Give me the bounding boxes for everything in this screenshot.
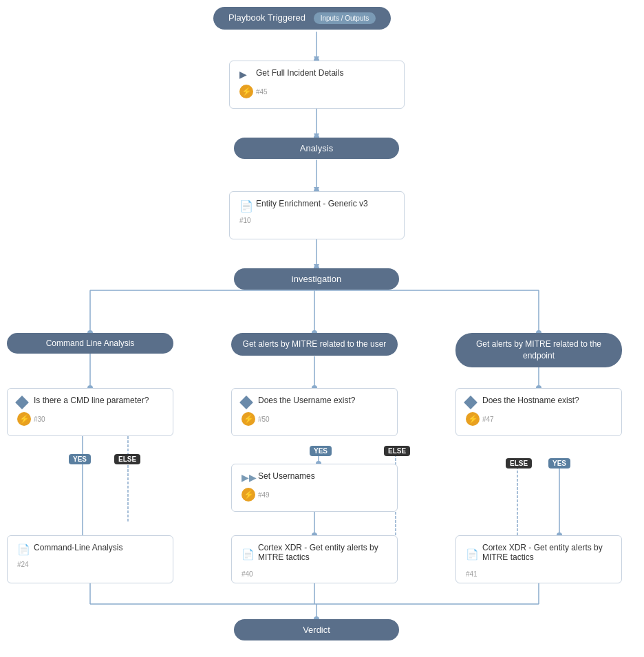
cmd-line-analysis-label: Command Line Analysis xyxy=(46,338,135,348)
doc-icon-cmd-analysis: 📄 xyxy=(17,543,30,556)
cmdline-analysis-task-card[interactable]: 📄 Command-Line Analysis #24 xyxy=(7,535,173,583)
verdict-pill: Verdict xyxy=(234,619,399,640)
diamond-icon-username xyxy=(239,396,253,409)
cortex-xdr-endpoint-title: Cortex XDR - Get entity alerts by MITRE … xyxy=(482,543,612,562)
cmd-line-analysis-pill: Command Line Analysis xyxy=(7,333,173,354)
badge-yes-cmd: YES xyxy=(69,454,91,464)
lightning-icon-30: ⚡ xyxy=(17,412,31,426)
document-icon: 📄 xyxy=(239,200,252,212)
cortex-xdr-user-id: #40 xyxy=(242,570,253,578)
analysis-node: Analysis xyxy=(234,138,399,159)
set-usernames-id: #49 xyxy=(258,491,270,499)
entity-enrichment-card[interactable]: 📄 Entity Enrichment - Generic v3 #10 xyxy=(229,191,405,239)
lightning-icon-49: ⚡ xyxy=(242,488,255,502)
playbook-triggered-pill: Playbook Triggered Inputs / Outputs xyxy=(213,7,391,30)
lightning-icon-45: ⚡ xyxy=(239,85,253,98)
investigation-node: investigation xyxy=(234,268,399,290)
lightning-icon-47: ⚡ xyxy=(466,412,480,426)
get-alerts-user-label: Get alerts by MITRE related to the user xyxy=(243,339,387,349)
does-username-exist-card[interactable]: Does the Username exist? ⚡ #50 xyxy=(231,388,398,436)
analysis-label: Analysis xyxy=(300,143,333,153)
is-cmd-param-title: Is there a CMD line parameter? xyxy=(34,396,149,405)
does-username-title: Does the Username exist? xyxy=(258,396,355,405)
cortex-xdr-endpoint-card[interactable]: 📄 Cortex XDR - Get entity alerts by MITR… xyxy=(455,535,622,583)
arrow-icon-set-usernames: ▶▶ xyxy=(242,472,254,484)
diamond-icon-hostname xyxy=(464,396,477,409)
is-cmd-param-card[interactable]: Is there a CMD line parameter? ⚡ #30 xyxy=(7,388,173,436)
set-usernames-card[interactable]: ▶▶ Set Usernames ⚡ #49 xyxy=(231,464,398,512)
badge-yes-hostname: YES xyxy=(548,458,570,468)
inputs-outputs-button[interactable]: Inputs / Outputs xyxy=(314,12,376,24)
investigation-pill: investigation xyxy=(234,268,399,290)
verdict-label: Verdict xyxy=(303,625,330,635)
get-alerts-endpoint-label: Get alerts by MITRE related to the endpo… xyxy=(476,339,601,360)
cortex-xdr-user-card[interactable]: 📄 Cortex XDR - Get entity alerts by MITR… xyxy=(231,535,398,583)
flowchart: Playbook Triggered Inputs / Outputs ▶ Ge… xyxy=(0,0,644,657)
badge-else-cmd: ELSE xyxy=(114,454,140,464)
doc-icon-cortex-endpoint: 📄 xyxy=(466,548,478,561)
cmdline-analysis-task-title: Command-Line Analysis xyxy=(34,543,122,552)
get-alerts-endpoint-pill: Get alerts by MITRE related to the endpo… xyxy=(455,333,622,367)
does-hostname-id: #47 xyxy=(482,416,494,423)
playbook-triggered-node[interactable]: Playbook Triggered Inputs / Outputs xyxy=(213,7,391,30)
entity-enrichment-title: Entity Enrichment - Generic v3 xyxy=(256,199,368,208)
diamond-icon-cmd xyxy=(15,396,29,409)
investigation-label: investigation xyxy=(292,274,341,284)
is-cmd-param-id: #30 xyxy=(34,416,45,423)
does-username-id: #50 xyxy=(258,416,270,423)
does-hostname-title: Does the Hostname exist? xyxy=(482,396,579,405)
does-hostname-exist-card[interactable]: Does the Hostname exist? ⚡ #47 xyxy=(455,388,622,436)
get-full-incident-card[interactable]: ▶ Get Full Incident Details ⚡ #45 xyxy=(229,61,405,109)
get-alerts-user-pill: Get alerts by MITRE related to the user xyxy=(231,333,398,356)
doc-icon-cortex-user: 📄 xyxy=(242,548,254,561)
get-alerts-endpoint-node: Get alerts by MITRE related to the endpo… xyxy=(455,333,622,367)
get-alerts-user-node: Get alerts by MITRE related to the user xyxy=(231,333,398,356)
cmdline-analysis-task-id: #24 xyxy=(17,561,29,568)
set-usernames-title: Set Usernames xyxy=(258,471,315,481)
analysis-pill: Analysis xyxy=(234,138,399,159)
playbook-triggered-label: Playbook Triggered xyxy=(228,12,305,23)
badge-else-username: ELSE xyxy=(384,446,410,456)
verdict-node: Verdict xyxy=(234,619,399,640)
badge-else-hostname: ELSE xyxy=(506,458,532,468)
lightning-icon-50: ⚡ xyxy=(242,412,255,426)
entity-enrichment-id: #10 xyxy=(239,217,251,224)
book-icon: ▶ xyxy=(239,69,252,81)
cortex-xdr-user-title: Cortex XDR - Get entity alerts by MITRE … xyxy=(258,543,387,562)
cortex-xdr-endpoint-id: #41 xyxy=(466,570,477,578)
badge-yes-username: YES xyxy=(310,446,332,456)
get-full-incident-id: #45 xyxy=(256,88,268,96)
cmd-line-analysis-node: Command Line Analysis xyxy=(7,333,173,354)
get-full-incident-title: Get Full Incident Details xyxy=(256,68,343,78)
